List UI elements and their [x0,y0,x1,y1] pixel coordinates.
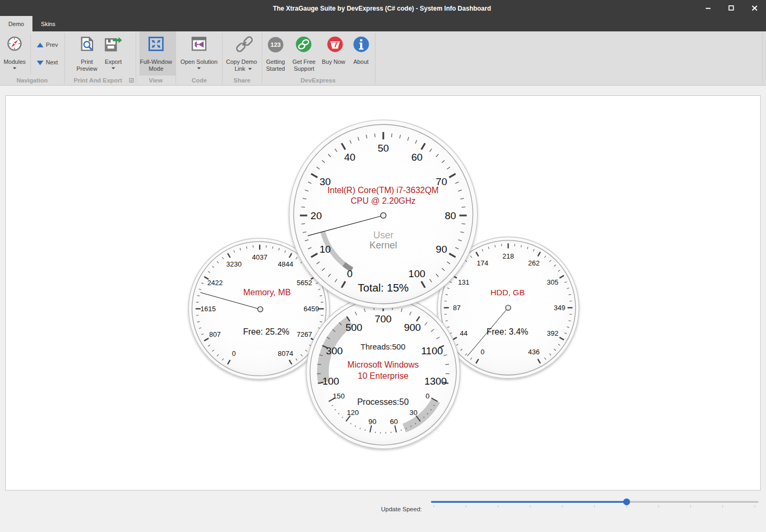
svg-text:2422: 2422 [207,279,223,287]
svg-text:Kernel: Kernel [370,240,397,251]
svg-text:Free: 25.2%: Free: 25.2% [243,327,289,336]
svg-text:30: 30 [410,409,418,417]
svg-text:20: 20 [311,210,322,221]
svg-text:392: 392 [547,329,559,337]
svg-text:3230: 3230 [226,260,242,268]
svg-text:150: 150 [333,392,345,400]
svg-text:100: 100 [322,376,339,387]
svg-text:4037: 4037 [252,253,268,261]
svg-text:0: 0 [480,348,484,356]
svg-text:120: 120 [347,409,359,417]
svg-text:User: User [373,230,394,240]
svg-text:10 Enterprise: 10 Enterprise [358,371,409,380]
svg-text:100: 100 [409,268,426,279]
svg-text:60: 60 [411,152,422,163]
svg-text:300: 300 [326,345,343,356]
svg-text:218: 218 [502,252,514,260]
svg-text:90: 90 [436,244,447,255]
svg-text:4844: 4844 [278,260,293,268]
svg-text:1615: 1615 [201,305,216,313]
svg-text:87: 87 [453,304,461,312]
svg-text:80: 80 [445,210,456,221]
svg-text:Intel(R) Core(TM) i7-3632QM: Intel(R) Core(TM) i7-3632QM [328,186,439,195]
svg-text:Threads:500: Threads:500 [361,342,405,351]
svg-text:0: 0 [426,392,430,400]
svg-text:436: 436 [528,348,540,356]
svg-text:Processes:50: Processes:50 [357,397,409,406]
svg-text:50: 50 [378,143,389,154]
svg-text:Total: 15%: Total: 15% [358,281,409,294]
svg-text:Microsoft Windows: Microsoft Windows [347,360,419,369]
svg-text:807: 807 [209,330,221,338]
svg-text:900: 900 [404,322,421,333]
svg-text:0: 0 [347,268,353,279]
svg-text:Free: 3.4%: Free: 3.4% [487,327,528,336]
svg-text:700: 700 [374,313,392,325]
svg-text:6459: 6459 [304,305,319,313]
svg-text:Memory, MB: Memory, MB [243,288,290,297]
svg-text:305: 305 [547,278,559,286]
svg-text:8074: 8074 [278,350,293,358]
svg-text:Update Speed:: Update Speed: [381,506,422,512]
svg-text:10: 10 [320,244,331,255]
svg-text:262: 262 [528,259,540,267]
svg-text:HDD, GB: HDD, GB [490,288,525,297]
svg-text:CPU @ 2.20GHz: CPU @ 2.20GHz [351,196,415,205]
svg-text:1100: 1100 [421,345,443,356]
svg-text:60: 60 [390,418,398,426]
svg-text:174: 174 [477,259,488,267]
svg-text:5652: 5652 [297,279,312,287]
svg-text:500: 500 [345,322,362,333]
svg-text:90: 90 [369,418,377,426]
svg-text:1300: 1300 [424,376,447,387]
svg-text:0: 0 [232,350,236,358]
svg-text:349: 349 [554,304,565,312]
svg-text:44: 44 [460,329,467,337]
svg-text:40: 40 [344,152,355,163]
svg-text:7267: 7267 [297,330,312,338]
svg-text:131: 131 [458,278,470,286]
